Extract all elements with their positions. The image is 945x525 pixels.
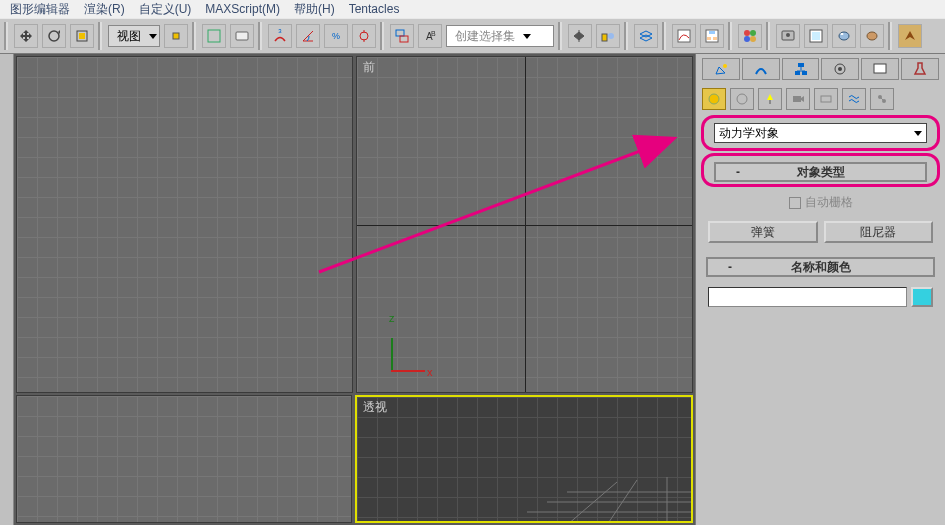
svg-rect-15	[678, 30, 690, 42]
rollout-object-type[interactable]: - 对象类型	[714, 162, 927, 182]
menu-shapeedit[interactable]: 图形编辑器	[10, 1, 70, 18]
view-label: 视图	[111, 28, 147, 45]
named-sel-letter[interactable]: AB	[418, 24, 442, 48]
svg-rect-9	[396, 30, 404, 36]
autogrid-checkbox[interactable]	[789, 197, 801, 209]
render-prod[interactable]	[832, 24, 856, 48]
rollout-objtype-label: 对象类型	[797, 164, 845, 181]
svg-point-41	[723, 64, 727, 68]
scale-tool[interactable]	[70, 24, 94, 48]
viewport-area: 前 z x 透视	[14, 54, 695, 525]
snap-percent[interactable]: %	[324, 24, 348, 48]
edit-named-sel[interactable]	[390, 24, 414, 48]
cat-lights[interactable]	[758, 88, 782, 110]
command-panel-tabs	[700, 56, 941, 82]
geometry-subtype-dropdown[interactable]: 动力学对象	[714, 123, 927, 143]
schematic-view[interactable]	[700, 24, 724, 48]
svg-rect-44	[802, 71, 807, 75]
rollout-name-color[interactable]: - 名称和颜色	[706, 257, 935, 277]
svg-rect-13	[602, 34, 607, 41]
svg-point-0	[49, 31, 59, 41]
curve-editor[interactable]	[672, 24, 696, 48]
object-color-swatch[interactable]	[911, 287, 933, 307]
svg-point-30	[867, 32, 877, 40]
menubar: 图形编辑器 渲染(R) 自定义(U) MAXScript(M) 帮助(H) Te…	[0, 0, 945, 18]
dropdown-value: 动力学对象	[719, 125, 779, 142]
selection-set-dropdown[interactable]: 创建选择集	[446, 25, 554, 47]
viewport-front-label: 前	[363, 59, 375, 76]
align-button[interactable]	[596, 24, 620, 48]
svg-rect-54	[821, 96, 831, 102]
tab-display[interactable]	[861, 58, 899, 80]
svg-rect-27	[812, 32, 820, 40]
tab-motion[interactable]	[821, 58, 859, 80]
viewport-front[interactable]: 前 z x	[356, 56, 693, 393]
svg-point-48	[838, 67, 842, 71]
svg-point-14	[608, 33, 614, 39]
cat-helpers[interactable]	[814, 88, 838, 110]
minus-icon: -	[736, 165, 740, 179]
svg-rect-2	[79, 33, 85, 39]
object-name-input[interactable]	[708, 287, 907, 307]
menu-customize[interactable]: 自定义(U)	[139, 1, 192, 18]
menu-maxscript[interactable]: MAXScript(M)	[205, 2, 280, 16]
cat-shapes[interactable]	[730, 88, 754, 110]
viewport-perspective[interactable]: 透视	[355, 395, 693, 523]
svg-line-57	[880, 97, 884, 101]
spring-button[interactable]: 弹簧	[708, 221, 818, 243]
snap-3d[interactable]: 3	[268, 24, 292, 48]
main-toolbar: 视图 3 % AB 创建选择集	[0, 18, 945, 54]
mirror-button[interactable]	[568, 24, 592, 48]
keyboard-shortcut[interactable]	[230, 24, 254, 48]
svg-point-50	[709, 94, 719, 104]
rollout-name-label: 名称和颜色	[791, 259, 851, 276]
pivot-center-button[interactable]	[164, 24, 188, 48]
tab-hierarchy[interactable]	[782, 58, 820, 80]
highlight-dropdown: 动力学对象	[704, 118, 937, 148]
selset-placeholder: 创建选择集	[449, 28, 521, 45]
command-panel: 动力学对象 - 对象类型 自动栅格 弹簧 阻尼器 - 名称和颜色	[695, 54, 945, 525]
render-frame[interactable]	[804, 24, 828, 48]
menu-help[interactable]: 帮助(H)	[294, 1, 335, 18]
rotate-tool[interactable]	[42, 24, 66, 48]
svg-text:B: B	[431, 30, 436, 37]
svg-point-20	[744, 30, 750, 36]
cat-geometry[interactable]	[702, 88, 726, 110]
tab-modify[interactable]	[742, 58, 780, 80]
svg-rect-4	[208, 30, 220, 42]
snap-angle[interactable]	[296, 24, 320, 48]
snap-spinner[interactable]	[352, 24, 376, 48]
tab-create[interactable]	[702, 58, 740, 80]
reference-coord-dropdown[interactable]: 视图	[108, 25, 160, 47]
tab-utilities[interactable]	[901, 58, 939, 80]
svg-point-29	[841, 33, 844, 35]
svg-text:%: %	[332, 31, 340, 41]
quick-render[interactable]	[860, 24, 884, 48]
material-editor[interactable]	[738, 24, 762, 48]
autogrid-label: 自动栅格	[805, 194, 853, 211]
render-setup[interactable]	[776, 24, 800, 48]
cat-spacewarps[interactable]	[842, 88, 866, 110]
cat-systems[interactable]	[870, 88, 894, 110]
reactor-button[interactable]	[898, 24, 922, 48]
svg-rect-5	[236, 32, 248, 40]
svg-point-51	[737, 94, 747, 104]
create-categories	[700, 86, 941, 112]
chevron-down-icon	[914, 131, 922, 136]
viewport-bottomleft[interactable]	[16, 395, 352, 523]
svg-rect-17	[709, 31, 715, 34]
svg-point-25	[786, 33, 790, 37]
svg-point-22	[744, 36, 750, 42]
cat-cameras[interactable]	[786, 88, 810, 110]
viewport-topleft[interactable]	[16, 56, 353, 393]
menu-tentacles[interactable]: Tentacles	[349, 2, 400, 16]
damper-button[interactable]: 阻尼器	[824, 221, 934, 243]
svg-text:3: 3	[278, 28, 282, 34]
select-manip[interactable]	[202, 24, 226, 48]
move-tool[interactable]	[14, 24, 38, 48]
menu-render[interactable]: 渲染(R)	[84, 1, 125, 18]
layers-button[interactable]	[634, 24, 658, 48]
chevron-down-icon	[523, 34, 531, 39]
svg-point-28	[839, 32, 849, 40]
svg-rect-18	[707, 37, 711, 40]
